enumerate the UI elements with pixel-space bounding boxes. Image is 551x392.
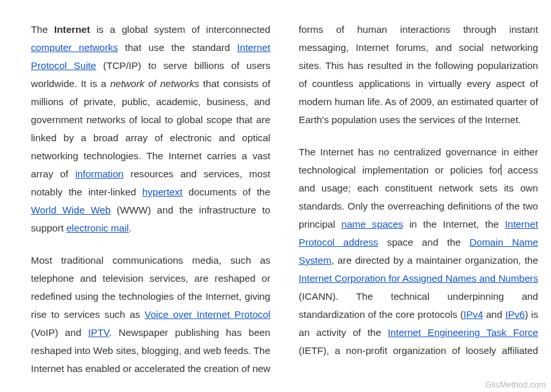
link-ietf[interactable]: Internet Engineering Task Force bbox=[388, 327, 538, 338]
text: that use the standard bbox=[118, 42, 237, 53]
paragraph-1: The Internet is a global system of inter… bbox=[31, 21, 271, 237]
text: . bbox=[129, 222, 131, 233]
text: in the Internet, the bbox=[403, 219, 505, 230]
link-hypertext[interactable]: hypertext bbox=[142, 186, 182, 197]
link-electronic-mail[interactable]: electronic mail bbox=[66, 222, 129, 233]
link-iptv[interactable]: IPTV bbox=[88, 327, 109, 338]
italic-network-of-networks: network of networks bbox=[110, 78, 199, 89]
link-computer-networks[interactable]: computer networks bbox=[31, 42, 118, 53]
text: is a global system of interconnected bbox=[90, 24, 271, 35]
link-ipv4[interactable]: IPv4 bbox=[463, 309, 483, 320]
text: space and the bbox=[378, 237, 470, 248]
link-world-wide-web[interactable]: World Wide Web bbox=[31, 204, 111, 215]
text: and bbox=[483, 309, 505, 320]
link-name-spaces[interactable]: name spaces bbox=[342, 219, 403, 230]
link-ipv6[interactable]: IPv6 bbox=[505, 309, 525, 320]
bold-internet: Internet bbox=[54, 24, 90, 35]
text: documents of the bbox=[182, 186, 270, 197]
text: , are directed by a maintainer organizat… bbox=[331, 255, 538, 266]
document-body: The Internet is a global system of inter… bbox=[0, 0, 551, 392]
text: The bbox=[31, 24, 54, 35]
link-voip[interactable]: Voice over Internet Protocol bbox=[144, 309, 270, 320]
link-information[interactable]: information bbox=[75, 168, 124, 179]
text: (VoIP) and bbox=[31, 327, 88, 338]
text: that consists of millions of private, pu… bbox=[31, 78, 271, 179]
watermark: GilsMethod.com bbox=[485, 380, 546, 389]
link-icann[interactable]: Internet Corporation for Assigned Names … bbox=[299, 273, 539, 284]
